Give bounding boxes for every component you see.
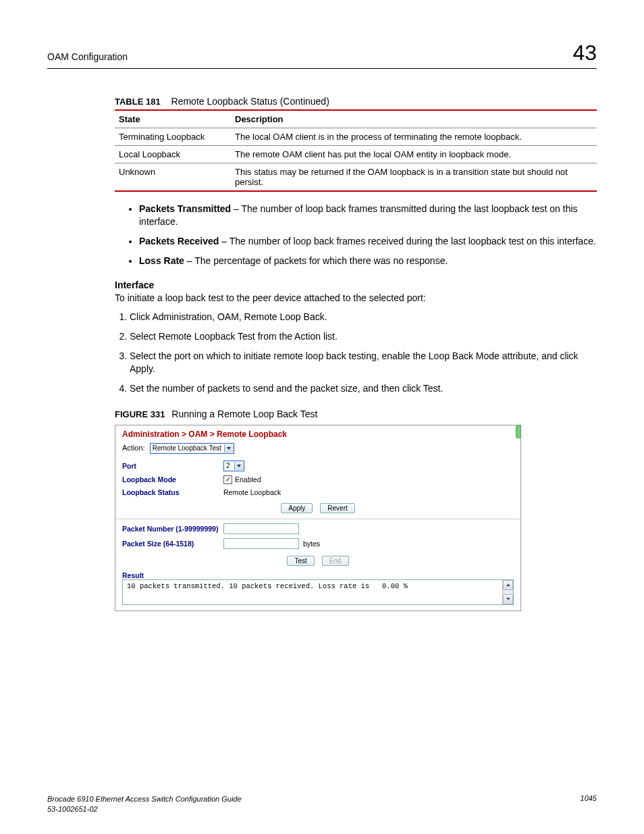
result-box: 10 packets transmitted. 10 packets recei… [122, 579, 514, 605]
result-heading: Result [122, 571, 514, 579]
table-row: Terminating Loopback The local OAM clien… [115, 128, 597, 146]
col-desc-header: Description [231, 110, 597, 128]
test-button[interactable]: Test [287, 556, 314, 566]
step-item: Select Remote Loopback Test from the Act… [130, 330, 597, 343]
table-row: Local Loopback The remote OAM client has… [115, 146, 597, 163]
col-state-header: State [115, 110, 231, 128]
action-label: Action: [122, 444, 145, 452]
packet-number-label: Packet Number (1-99999999) [122, 525, 223, 533]
tab-edge-decoration [516, 425, 521, 438]
packet-size-label: Packet Size (64-1518) [122, 540, 223, 548]
loopback-status-value: Remote Loopback [223, 488, 281, 496]
result-scrollbar[interactable] [502, 580, 513, 604]
chevron-up-icon [506, 583, 510, 586]
steps-list: Click Administration, OAM, Remote Loop B… [130, 311, 597, 394]
loopback-mode-text: Enabled [235, 475, 261, 484]
apply-button[interactable]: Apply [281, 503, 313, 513]
port-select[interactable]: 2 [223, 461, 244, 471]
cell-state: Terminating Loopback [115, 128, 231, 146]
packet-size-unit: bytes [303, 540, 320, 548]
port-label: Port [122, 462, 223, 470]
bullet-term: Packets Transmitted [139, 203, 231, 214]
status-table: State Description Terminating Loopback T… [115, 109, 597, 192]
action-select[interactable]: Remote Loopback Test [150, 443, 234, 454]
divider [115, 519, 520, 519]
section-title: OAM Configuration [47, 51, 128, 62]
bullet-term: Loss Rate [139, 255, 184, 266]
bullet-text: – The percentage of packets for which th… [184, 255, 448, 266]
packet-size-input[interactable] [223, 538, 299, 549]
end-button[interactable]: End [322, 556, 349, 566]
chevron-down-icon [227, 447, 231, 450]
list-item: Packets Received – The number of loop ba… [139, 235, 597, 248]
chapter-number: 43 [572, 41, 597, 66]
action-row: Action: Remote Loopback Test [122, 443, 514, 454]
footer-doc-title: Brocade 6910 Ethernet Access Switch Conf… [47, 794, 242, 804]
bullet-term: Packets Received [139, 236, 219, 246]
table-title: Remote Loopback Status (Continued) [171, 96, 329, 107]
figure-number: FIGURE 331 [115, 409, 165, 419]
cell-desc: The remote OAM client has put the local … [231, 146, 597, 163]
interface-intro: To initiate a loop back test to the peer… [115, 292, 597, 305]
table-row: Unknown This status may be returned if t… [115, 163, 597, 192]
page-footer: Brocade 6910 Ethernet Access Switch Conf… [47, 794, 597, 814]
loopback-status-label: Loopback Status [122, 488, 223, 496]
packet-number-input[interactable] [223, 523, 299, 534]
revert-button[interactable]: Revert [320, 503, 354, 513]
table-number: TABLE 181 [115, 97, 161, 107]
figure-caption: FIGURE 331 Running a Remote Loop Back Te… [115, 409, 597, 419]
scroll-up-button[interactable] [503, 580, 513, 590]
footer-doc-id: 53-1002651-02 [47, 804, 242, 814]
dropdown-button[interactable] [234, 462, 244, 470]
loopback-mode-checkbox[interactable] [223, 475, 232, 484]
bullet-list: Packets Transmitted – The number of loop… [139, 203, 597, 267]
cell-state: Local Loopback [115, 146, 231, 163]
dropdown-button[interactable] [224, 444, 234, 452]
figure-title: Running a Remote Loop Back Test [171, 409, 317, 419]
page-header: OAM Configuration 43 [47, 41, 597, 69]
interface-heading: Interface [115, 280, 597, 290]
bullet-text: – The number of loop back frames receive… [219, 236, 596, 246]
cell-state: Unknown [115, 163, 231, 192]
chevron-down-icon [506, 598, 510, 600]
step-item: Click Administration, OAM, Remote Loop B… [130, 311, 597, 323]
loopback-mode-label: Loopback Mode [122, 475, 223, 484]
footer-page-number: 1045 [581, 794, 597, 814]
cell-desc: The local OAM client is in the process o… [231, 128, 597, 146]
step-item: Select the port on which to initiate rem… [130, 350, 597, 375]
list-item: Packets Transmitted – The number of loop… [139, 203, 597, 228]
result-text: 10 packets transmitted. 10 packets recei… [123, 580, 502, 604]
step-item: Set the number of packets to send and th… [130, 382, 597, 395]
chevron-down-icon [237, 465, 241, 467]
port-select-value: 2 [226, 462, 230, 469]
scroll-down-button[interactable] [503, 594, 513, 604]
table-caption: TABLE 181 Remote Loopback Status (Contin… [115, 96, 597, 107]
breadcrumb: Administration > OAM > Remote Loopback [122, 429, 514, 439]
list-item: Loss Rate – The percentage of packets fo… [139, 255, 597, 267]
action-select-value: Remote Loopback Test [153, 444, 221, 452]
figure-screenshot: Administration > OAM > Remote Loopback A… [115, 425, 521, 611]
cell-desc: This status may be returned if the OAM l… [231, 163, 597, 192]
